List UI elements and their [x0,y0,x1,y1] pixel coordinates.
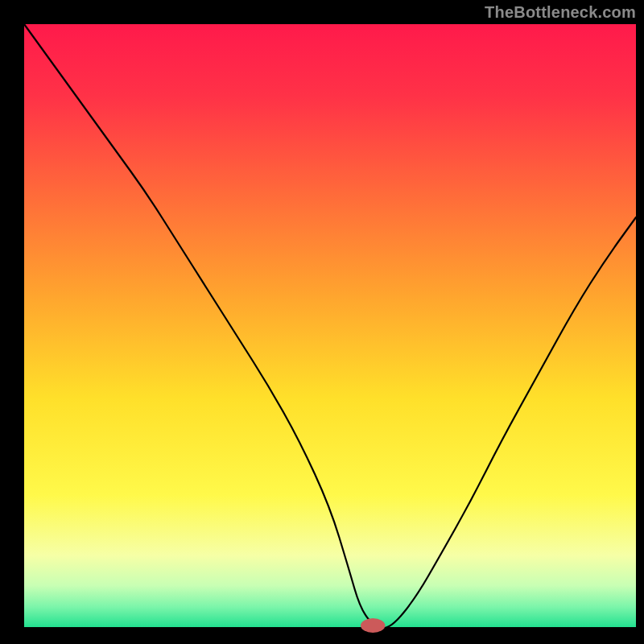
bottleneck-chart [0,0,644,644]
chart-frame: TheBottleneck.com [0,0,644,644]
watermark-text: TheBottleneck.com [485,3,636,22]
gradient-background [24,24,636,628]
optimal-point-marker [361,618,385,633]
